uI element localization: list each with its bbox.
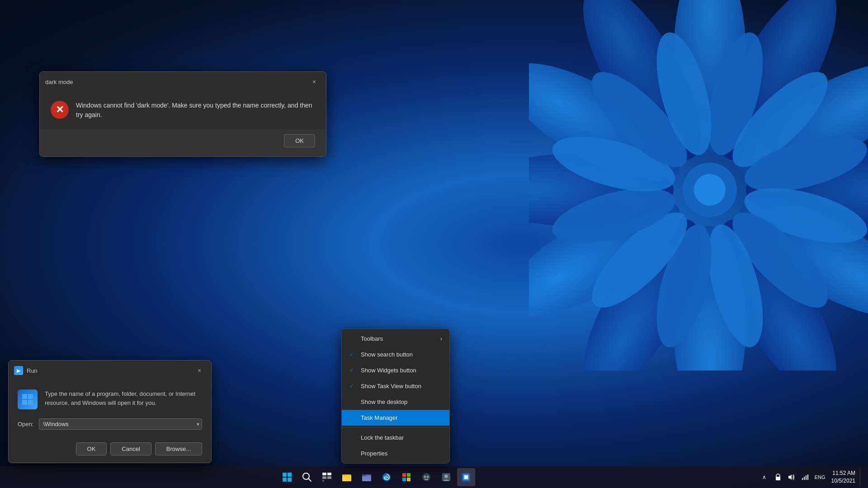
svg-rect-50 — [402, 478, 406, 481]
tray-network-icon[interactable] — [800, 472, 811, 483]
run-dialog-title: Run — [27, 367, 38, 374]
context-menu-item-show-widgets[interactable]: ✓Show Widgets button — [342, 362, 449, 378]
context-menu-item-lock-taskbar[interactable]: Lock the taskbar — [342, 430, 449, 446]
run-browse-button[interactable]: Browse... — [155, 442, 202, 455]
show-desktop-button[interactable] — [860, 468, 863, 486]
run-open-label: Open: — [18, 421, 33, 427]
context-menu-label-show-taskview: Show Task View button — [361, 383, 421, 389]
language-label: ENG — [815, 474, 826, 480]
svg-rect-29 — [28, 400, 33, 405]
context-menu-label-show-search: Show search button — [361, 351, 413, 358]
tray-language-icon[interactable]: ENG — [813, 472, 827, 483]
svg-rect-37 — [327, 473, 331, 475]
run-dialog: ▶ Run × Type the name of a program, fold… — [8, 360, 212, 463]
run-dialog-footer: OK Cancel Browse... — [9, 437, 211, 463]
tray-volume-icon[interactable] — [786, 472, 797, 483]
clock-date: 10/5/2021 — [831, 477, 855, 485]
error-ok-button[interactable]: OK — [284, 134, 315, 147]
taskbar-run-app-button[interactable] — [457, 468, 475, 486]
svg-point-58 — [444, 474, 448, 478]
svg-rect-62 — [466, 475, 468, 477]
context-menu-item-task-manager[interactable]: Task Manager — [342, 410, 449, 426]
run-input[interactable] — [39, 418, 202, 430]
error-dialog-titlebar: dark mode × — [40, 72, 326, 92]
context-menu-item-show-desktop[interactable]: Show the desktop — [342, 394, 449, 410]
error-icon: ✕ — [51, 101, 69, 119]
taskbar-taskview-button[interactable] — [318, 468, 336, 486]
svg-rect-51 — [407, 478, 410, 481]
desktop-wallpaper — [529, 0, 868, 371]
taskbar-search-button[interactable] — [298, 468, 316, 486]
run-cancel-button[interactable]: Cancel — [110, 442, 151, 455]
clock[interactable]: 11:52 AM 10/5/2021 — [829, 469, 858, 486]
svg-point-55 — [425, 476, 425, 477]
taskbar-spy-app-button[interactable] — [417, 468, 435, 486]
context-menu-item-properties[interactable]: Properties — [342, 446, 449, 461]
context-menu-check-show-search: ✓ — [349, 351, 356, 358]
svg-rect-43 — [342, 474, 346, 476]
svg-rect-67 — [802, 478, 803, 480]
taskbar-agent-app-button[interactable] — [437, 468, 455, 486]
svg-rect-33 — [288, 478, 292, 482]
context-menu-arrow-toolbars: › — [440, 336, 442, 342]
svg-rect-38 — [322, 476, 326, 479]
taskbar-folder-button[interactable] — [358, 468, 376, 486]
svg-point-25 — [694, 174, 726, 206]
svg-rect-27 — [28, 394, 33, 399]
error-dialog: dark mode × ✕ Windows cannot find 'dark … — [39, 71, 326, 157]
context-menu-item-show-search[interactable]: ✓Show search button — [342, 347, 449, 362]
run-dialog-close-button[interactable]: × — [193, 364, 206, 377]
taskbar-file-explorer-button[interactable] — [338, 468, 356, 486]
error-dialog-body: ✕ Windows cannot find 'dark mode'. Make … — [40, 92, 326, 129]
run-dialog-body: Type the name of a program, folder, docu… — [9, 380, 211, 417]
run-dialog-title-area: ▶ Run — [14, 366, 38, 375]
context-menu-check-show-taskview: ✓ — [349, 383, 356, 389]
context-menu-item-toolbars[interactable]: Toolbars› — [342, 331, 449, 347]
svg-point-52 — [422, 473, 430, 481]
system-tray: ∧ — [759, 472, 827, 483]
context-menu-label-show-widgets: Show Widgets button — [361, 367, 416, 374]
svg-rect-63 — [464, 477, 466, 479]
context-menu-separator — [342, 427, 449, 428]
run-input-wrapper: ▾ — [39, 418, 202, 430]
context-menu-label-task-manager: Task Manager — [361, 414, 398, 421]
svg-rect-68 — [804, 477, 805, 480]
error-dialog-title: dark mode — [45, 79, 73, 85]
svg-marker-66 — [788, 474, 792, 480]
taskbar-store-button[interactable] — [397, 468, 415, 486]
svg-rect-39 — [327, 476, 331, 479]
svg-rect-26 — [22, 394, 27, 399]
tray-lock-icon[interactable] — [773, 472, 783, 483]
svg-rect-49 — [407, 473, 410, 477]
taskbar-edge-button[interactable] — [377, 468, 396, 486]
context-menu-label-properties: Properties — [361, 450, 387, 457]
error-dialog-footer: OK — [40, 129, 326, 156]
error-dialog-close-button[interactable]: × — [308, 75, 321, 88]
run-description: Type the name of a program, folder, docu… — [45, 389, 202, 407]
context-menu-label-show-desktop: Show the desktop — [361, 399, 407, 405]
run-dialog-icon: ▶ — [14, 366, 23, 375]
run-open-row: Open: ▾ — [9, 417, 211, 437]
svg-rect-45 — [362, 476, 371, 481]
context-menu: Toolbars›✓Show search button✓Show Widget… — [341, 328, 450, 464]
svg-rect-65 — [776, 477, 780, 480]
svg-rect-64 — [466, 477, 468, 479]
run-dialog-titlebar: ▶ Run × — [9, 361, 211, 380]
tray-chevron-icon[interactable]: ∧ — [759, 472, 770, 483]
context-menu-item-show-taskview[interactable]: ✓Show Task View button — [342, 378, 449, 394]
svg-rect-36 — [322, 473, 326, 475]
svg-rect-61 — [464, 475, 466, 477]
context-menu-check-show-widgets: ✓ — [349, 367, 356, 374]
context-menu-label-lock-taskbar: Lock the taskbar — [361, 434, 404, 441]
taskbar-center — [0, 468, 754, 486]
svg-rect-40 — [322, 480, 324, 482]
run-dropdown-arrow[interactable]: ▾ — [197, 421, 199, 427]
svg-rect-48 — [402, 473, 406, 477]
svg-rect-28 — [22, 400, 27, 405]
svg-rect-32 — [283, 478, 287, 482]
taskbar-start-button[interactable] — [278, 468, 296, 486]
svg-rect-30 — [283, 473, 287, 477]
error-message: Windows cannot find 'dark mode'. Make su… — [76, 101, 315, 120]
run-ok-button[interactable]: OK — [76, 442, 107, 455]
context-menu-label-toolbars: Toolbars — [361, 335, 383, 342]
